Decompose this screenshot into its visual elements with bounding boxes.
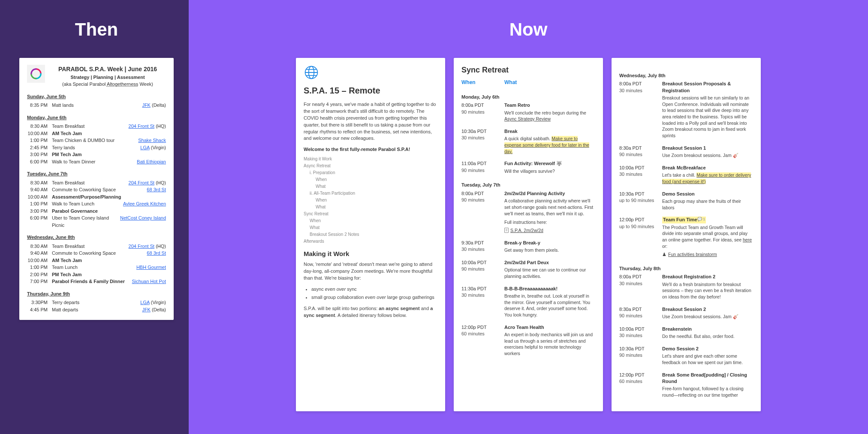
location-link[interactable]: 68 3rd St — [147, 187, 166, 192]
location-link[interactable]: NetCost Coney Island — [120, 215, 166, 220]
slot-when: 9:30a PDT30 minutes — [461, 240, 504, 253]
agenda-slot: 12:00p PDT60 minutesAcro Team HealthAn e… — [461, 324, 595, 357]
schedule-time: 9:40 AM — [27, 250, 52, 257]
location-link[interactable]: 68 3rd St — [147, 250, 166, 256]
slot-when: 8:00a PDT90 minutes — [461, 102, 504, 122]
slot-body: Each group may share the fruits of their… — [662, 198, 753, 211]
slot-body: Let's take a chill. Make sure to order d… — [662, 172, 753, 184]
toc-item[interactable]: When — [304, 176, 437, 183]
agenda-slot: 10:30a PDTup to 90 minutesDemo SessionEa… — [619, 191, 753, 211]
then-document-card: PARABOL S.P.A. Week | June 2016 Strategy… — [19, 58, 174, 320]
location-link[interactable]: Shake Shack — [138, 138, 166, 143]
schedule-time: 8:30 AM — [27, 123, 52, 130]
toc-item[interactable]: Making it Work — [304, 156, 437, 163]
document-icon — [504, 228, 509, 233]
schedule-row: 8:30 AMTeam Breakfast204 Front St (HQ) — [27, 179, 166, 187]
slot-when: 8:00a PDT90 minutes — [461, 190, 504, 234]
location-link[interactable]: JFK — [142, 102, 151, 108]
toc-item[interactable]: When — [304, 217, 437, 224]
schedule-event: AM Tech Jam — [52, 130, 166, 137]
doc-title: PARABOL S.P.A. Week | June 2016 — [49, 65, 166, 74]
schedule-event: Matt lands — [52, 102, 142, 109]
schedule-event: Parabol Governance — [52, 208, 166, 215]
list-item: small group collaboration even over larg… — [311, 294, 437, 301]
toc-item[interactable]: Breakout Session 2 Notes — [304, 231, 437, 238]
schedule-time: 6:00 PM — [27, 158, 52, 166]
slot-when: 8:00a PDT30 minutes — [619, 81, 662, 139]
segments-paragraph: S.P.A. will be split into two portions: … — [304, 305, 437, 319]
slot-what: Break McBreakfaceLet's take a chill. Mak… — [662, 165, 753, 185]
location-link[interactable]: LGA — [140, 145, 149, 150]
location-link[interactable]: LGA — [140, 300, 149, 305]
schedule-time: 10:00 AM — [27, 193, 52, 201]
schedule-row: 8:30 AMTeam Breakfast204 Front St (HQ) — [27, 243, 166, 250]
schedule-time: 8:30 AM — [27, 179, 52, 187]
location-link[interactable]: Avlee Greek Kitchen — [123, 201, 166, 206]
comment-badge[interactable]: 💬 1 — [697, 217, 705, 222]
agenda-slot: 8:00a PDT30 minutesBreakout Registration… — [619, 274, 753, 300]
slot-title: Team Retro — [504, 102, 595, 108]
location-link[interactable]: 204 Front St — [129, 244, 155, 249]
schedule-row: 1:00 PMWalk to Team LunchAvlee Greek Kit… — [27, 200, 166, 208]
slot-body: Breathe in, breathe out. Look at yoursel… — [504, 293, 595, 318]
toc-item[interactable]: What — [304, 183, 437, 190]
schedule-event: PM Tech Jam — [52, 151, 166, 158]
schedule-time: 1:00 PM — [27, 200, 52, 208]
toc-item[interactable]: What — [304, 204, 437, 211]
slot-what: B-B-B-Breaaaaaaaaaak!Breathe in, breathe… — [504, 286, 595, 318]
doc-reference[interactable]: ♟Fun activities brainstorm — [662, 251, 753, 258]
slot-when: 10:00a PDT90 minutes — [461, 259, 504, 280]
agenda-slot: 10:30a PDT90 minutesDemo Session 2Let's … — [619, 346, 753, 366]
schedule-time: 1:00 PM — [27, 137, 52, 144]
location-link[interactable]: JFK — [142, 307, 151, 312]
toc-item[interactable]: i. Preparation — [304, 169, 437, 176]
agenda-slot: 8:00a PDT90 minutes2m/2w/2d Planning Act… — [461, 190, 595, 234]
schedule-time: 1:00 PM — [27, 264, 52, 271]
schedule-row: 8:30 AMTeam Breakfast204 Front St (HQ) — [27, 123, 166, 130]
slot-when: 10:30a PDT90 minutes — [619, 346, 662, 366]
toc-item[interactable]: ii. All-Team Participation — [304, 190, 437, 197]
agenda-slot: 10:00a PDT90 minutes2m/2w/2d Part DeuxOp… — [461, 259, 595, 280]
slot-title: Demo Session 2 — [662, 346, 753, 352]
schedule-row: 6:00 PMWalk to Team DinnerBati Ethiopian — [27, 158, 166, 166]
agenda-slot: 12:00p PDT60 minutesBreak Some Bread[pud… — [619, 372, 753, 398]
agenda-slot: 11:00a PDT90 minutesFun Activity: Werewo… — [461, 160, 595, 174]
sync-retreat-title: Sync Retreat — [461, 65, 595, 75]
agenda-slot: 12:00p PDTup to 90 minutesTeam Fun Time💬… — [619, 217, 753, 258]
day-heading: Wednesday, July 8th — [619, 72, 753, 79]
location-link[interactable]: Bati Ethiopian — [137, 159, 166, 164]
slot-what: Breakout Session 2Use Zoom breakout sess… — [662, 306, 753, 320]
location-link[interactable]: Sichuan Hot Pot — [132, 279, 166, 284]
schedule-time: 10:00 AM — [27, 257, 52, 264]
day-heading: Thursday, July 8th — [619, 265, 753, 272]
schedule-location: 204 Front St (HQ) — [129, 243, 166, 250]
doc-reference[interactable]: S.P.A. 2m/2w/2d — [504, 227, 595, 234]
location-link[interactable]: HBH Gourmet — [136, 265, 166, 270]
schedule-time: 6:00 PM — [27, 214, 52, 229]
slot-title: Break-y Break-y — [504, 240, 595, 246]
schedule-event: PM Tech Jam — [52, 271, 166, 278]
location-link[interactable]: 204 Front St — [129, 124, 155, 129]
toc-item[interactable]: What — [304, 224, 437, 231]
schedule-row: 9:40 AMCommute to Coworking Space68 3rd … — [27, 250, 166, 257]
slot-when: 11:30a PDT30 minutes — [461, 286, 504, 318]
slot-title: Breakout Session 1 — [662, 145, 753, 151]
toc-item[interactable]: When — [304, 197, 437, 204]
toc-item[interactable]: Afterwards — [304, 238, 437, 245]
slot-title: Breakout Registration 2 — [662, 274, 753, 280]
schedule-location: HBH Gourmet — [136, 264, 166, 271]
slot-what: Team Fun Time💬 1The Product Team and Gro… — [662, 217, 753, 258]
inline-link[interactable]: here — [743, 237, 752, 242]
slot-when: 12:00p PDT60 minutes — [619, 372, 662, 398]
schedule-event: Commute to Coworking Space — [52, 186, 147, 193]
agenda-slot: 9:30a PDT30 minutesBreak-y Break-yGet aw… — [461, 240, 595, 253]
slot-body: Get away from them pixels. — [504, 247, 595, 253]
slot-body: A quick digital sabbath. Make sure to ex… — [504, 136, 595, 154]
toc-item[interactable]: Sync Retreat — [304, 211, 437, 217]
inline-link[interactable]: Async Strategy Review — [504, 116, 551, 121]
location-link[interactable]: 204 Front St — [129, 180, 155, 185]
slot-what: Breakout Session Proposals & Registratio… — [662, 81, 753, 139]
slot-when: 12:00p PDTup to 90 minutes — [619, 217, 662, 258]
schedule-row: 10:00 AMAssessment/Purpose/Planning — [27, 193, 166, 201]
toc-item[interactable]: Async Retreat — [304, 163, 437, 169]
